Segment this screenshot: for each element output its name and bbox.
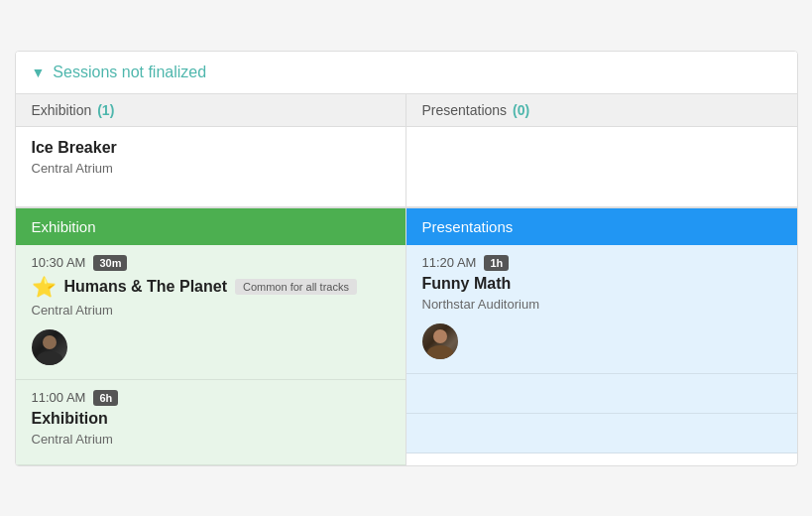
session-location-1: Central Atrium [32, 303, 390, 318]
exhibition-col-header: Exhibition [16, 208, 406, 245]
empty-row-2 [406, 414, 797, 453]
session-time-row-3: 11:20 AM 1h [422, 255, 781, 271]
session-time-2: 11:00 AM [32, 390, 86, 405]
track-badge-1: Common for all tracks [235, 279, 357, 295]
session-time-row-2: 11:00 AM 6h [32, 390, 390, 406]
session-location-3: Northstar Auditorium [422, 297, 781, 312]
ice-breaker-location: Central Atrium [32, 161, 390, 176]
sessions-not-finalized-title: Sessions not finalized [53, 64, 206, 81]
main-sessions-grid: Exhibition 10:30 AM 30m ⭐ Humans & The P… [16, 208, 797, 465]
not-finalized-presentations-label: Presentations [422, 102, 508, 118]
avatar-img-1 [32, 329, 67, 365]
not-finalized-exhibition-header: Exhibition (1) [16, 94, 406, 127]
not-finalized-grid: Exhibition (1) Ice Breaker Central Atriu… [16, 94, 797, 208]
session-time-row-1: 10:30 AM 30m [32, 255, 390, 271]
session-time-3: 11:20 AM [422, 255, 477, 270]
session-title-row-1: ⭐ Humans & The Planet Common for all tra… [32, 275, 390, 299]
presentations-col-header: Presentations [406, 208, 797, 245]
collapse-arrow-icon[interactable]: ▼ [32, 64, 46, 80]
not-finalized-exhibition-content: Ice Breaker Central Atrium [16, 127, 406, 206]
duration-badge-3: 1h [484, 255, 509, 271]
session-location-2: Central Atrium [32, 432, 390, 447]
avatar-2 [422, 323, 458, 359]
session-title-3: Funny Math [422, 275, 512, 293]
avatar-img-2 [422, 323, 458, 359]
session-exhibition[interactable]: 11:00 AM 6h Exhibition Central Atrium [16, 380, 406, 465]
not-finalized-presentations-content [406, 127, 797, 206]
session-title-row-3: Funny Math [422, 275, 781, 293]
ice-breaker-title: Ice Breaker [32, 139, 390, 157]
duration-badge-2: 6h [93, 390, 118, 406]
not-finalized-presentations-header: Presentations (0) [406, 94, 797, 127]
not-finalized-presentations-count: (0) [513, 102, 529, 118]
exhibition-col: Exhibition 10:30 AM 30m ⭐ Humans & The P… [16, 208, 406, 465]
session-humans-planet[interactable]: 10:30 AM 30m ⭐ Humans & The Planet Commo… [16, 245, 406, 380]
not-finalized-exhibition-col: Exhibition (1) Ice Breaker Central Atriu… [16, 94, 406, 206]
empty-row-1 [406, 374, 797, 414]
duration-badge-1: 30m [93, 255, 127, 271]
not-finalized-exhibition-count: (1) [97, 102, 114, 118]
not-finalized-exhibition-label: Exhibition [32, 102, 92, 118]
presentations-col: Presentations 11:20 AM 1h Funny Math Nor… [406, 208, 797, 465]
not-finalized-presentations-col: Presentations (0) [406, 94, 797, 206]
session-title-row-2: Exhibition [32, 410, 390, 428]
star-icon: ⭐ [32, 275, 57, 299]
avatar-1 [32, 329, 67, 365]
session-title-1: Humans & The Planet [64, 278, 227, 296]
exhibition-col-label: Exhibition [32, 218, 96, 235]
sessions-not-finalized-header: ▼ Sessions not finalized [16, 52, 797, 94]
session-funny-math[interactable]: 11:20 AM 1h Funny Math Northstar Auditor… [406, 245, 797, 374]
session-title-2: Exhibition [32, 410, 108, 428]
main-container: ▼ Sessions not finalized Exhibition (1) … [15, 51, 798, 466]
presentations-col-label: Presentations [422, 218, 514, 235]
session-time-1: 10:30 AM [32, 255, 86, 270]
